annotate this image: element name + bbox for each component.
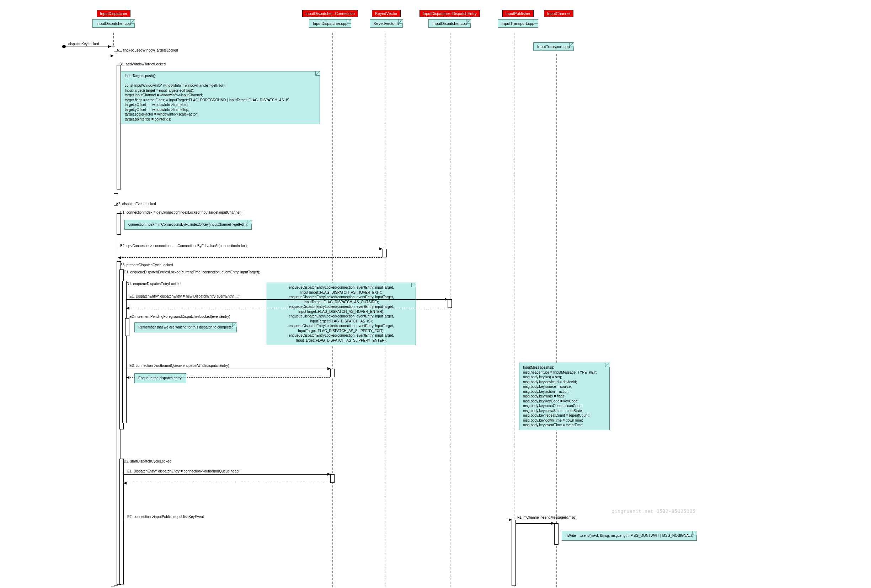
self-arrow <box>113 56 114 56</box>
entry-arrow <box>66 46 111 47</box>
lifeline <box>514 33 515 587</box>
watermark: qingruanit.net 0532-85025005 <box>612 509 695 514</box>
activation <box>122 281 127 423</box>
activation <box>117 213 121 235</box>
msg-e2b: E2. connection->inputPublisher.publishKe… <box>127 515 204 519</box>
note-enqueue-flags: enqueueDispatchEntryLocked(connection, e… <box>266 283 416 345</box>
file-box: InputDispatcher.cpp <box>93 19 135 28</box>
return-e1b <box>124 483 330 483</box>
file-box: InputTransport.cpp <box>498 19 538 28</box>
lifeline <box>557 54 557 587</box>
msg-b2: B2. sp<Connection> connection = mConnect… <box>120 244 248 248</box>
return-e1 <box>127 308 447 308</box>
participant-input-channel: InputChannel InputTransport.cpp <box>544 10 573 17</box>
msg-a2: A2. dispatchEventLocked <box>116 202 156 206</box>
msg-f1: F1. mChannel->sendMessage(&msg); <box>517 515 577 519</box>
role-box: InputDispatcher::DispatchEntry <box>419 10 480 17</box>
start-dot <box>62 45 66 48</box>
entry-label: dispatchKeyLocked <box>68 42 99 46</box>
msg-c1: C1. enqueueDispatchEntriesLocked(current… <box>124 270 260 274</box>
file-box: InputDispatcher.cpp <box>428 19 471 28</box>
activation <box>554 523 558 545</box>
msg-e1b: E1. DispatchEntry* dispatchEntry = conne… <box>127 469 239 473</box>
participant-dispatch-entry: InputDispatcher::DispatchEntry InputDisp… <box>419 10 480 28</box>
activation <box>120 459 124 585</box>
role-box: InputPublisher <box>502 10 534 17</box>
activation <box>447 299 452 308</box>
role-box: InputDispatcher::Connection <box>302 10 358 17</box>
arrow-b2 <box>118 249 382 249</box>
activation <box>330 369 335 377</box>
activation <box>383 249 387 257</box>
lifeline <box>450 33 450 587</box>
activation <box>117 65 121 190</box>
file-box: InputDispatcher.cpp <box>309 19 351 28</box>
msg-b1b: B1. connectionIndex = getConnectionIndex… <box>120 211 242 214</box>
msg-b1: B1. addWindowTargetLocked <box>120 62 166 66</box>
msg-e2: E2.incrementPendingForegroundDispatchesL… <box>129 315 230 319</box>
return-b2 <box>118 257 382 258</box>
note-remember: Remember that we are waiting for this di… <box>135 322 237 332</box>
note-connection-index: connectionIndex = mConnectionsByFd.index… <box>124 220 252 230</box>
activation <box>125 318 129 336</box>
file-box: KeyedVector.h <box>370 19 403 28</box>
file-box: InputTransport.cpp <box>533 42 574 51</box>
arrow-e2b <box>124 520 512 520</box>
arrow-e3 <box>127 369 330 369</box>
participant-input-publisher: InputPublisher InputTransport.cpp <box>498 10 538 28</box>
msg-e3: E3. connection->outboundQueue.enqueueAtT… <box>129 364 229 368</box>
msg-a1: A1. findFocusedWindowTargetsLocked <box>117 48 178 52</box>
participant-input-dispatcher: InputDispatcher InputDispatcher.cpp <box>93 10 135 28</box>
note-input-targets: inputTargets.push(); const InputWindowIn… <box>121 71 320 124</box>
arrow-f1 <box>516 523 554 524</box>
arrow-e1b <box>124 474 330 474</box>
role-box: InputDispatcher <box>97 10 130 17</box>
msg-d1: D1. enqueueDispatchEntryLocked <box>127 282 181 286</box>
activation <box>512 520 516 586</box>
note-send: nWrite = ::send(mFd, &msg, msgLength, MS… <box>562 531 697 541</box>
activation <box>330 474 335 483</box>
arrow-e1 <box>127 299 447 300</box>
participant-connection: InputDispatcher::Connection InputDispatc… <box>302 10 358 28</box>
participant-keyed-vector: KeyedVector KeyedVector.h <box>370 10 403 28</box>
msg-e1: E1. DispatchEntry* dispatchEntry = new D… <box>129 294 239 298</box>
note-input-message: InputMessage msg; msg.header.type = Inpu… <box>519 363 610 430</box>
msg-b3: B3. prepareDispatchCycleLocked <box>120 263 173 267</box>
msg-d2: D2. startDispatchCycleLocked <box>124 459 171 463</box>
role-box: KeyedVector <box>372 10 400 17</box>
note-enqueue-entry: Enqueue the dispatch entry. <box>135 373 186 383</box>
role-box: InputChannel <box>544 10 573 17</box>
